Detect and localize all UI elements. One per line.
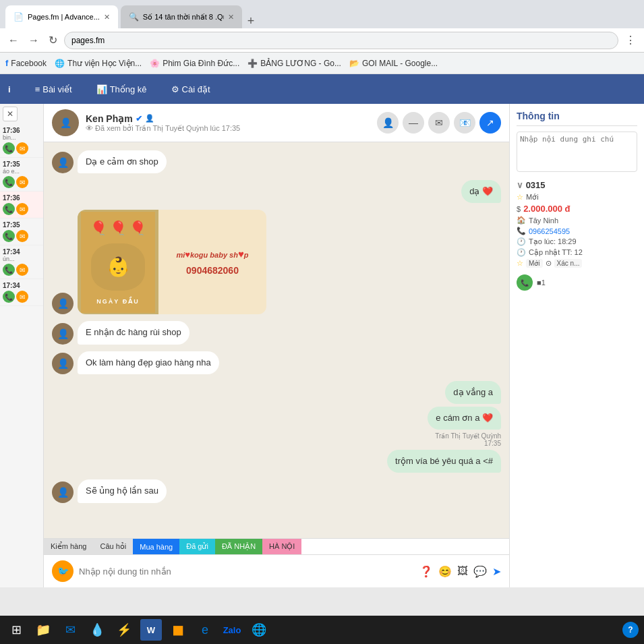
shop-text-area: mi♥kogu baby sh♥p 0904682060 bbox=[158, 210, 266, 314]
bookmark-facebook-label: Facebook bbox=[11, 59, 47, 68]
new-tab-button[interactable]: + bbox=[242, 14, 260, 28]
tag-da-nhan[interactable]: ĐÃ NHẬN bbox=[215, 539, 262, 554]
tab-bar: 📄 Pages.fm | Advance... ✕ 🔍 Số 14 tân th… bbox=[0, 0, 644, 28]
bookmark-library[interactable]: 🌐 Thư viện Học Viện... bbox=[55, 59, 142, 68]
tag-mua-hang[interactable]: Mua hàng bbox=[133, 539, 179, 554]
send-button[interactable]: ➤ bbox=[492, 565, 501, 578]
minus-button[interactable]: — bbox=[403, 112, 424, 134]
bookmark-salary[interactable]: ➕ BẢNG LƯƠNG - Go... bbox=[247, 59, 341, 68]
msg-text-7: e cám ơn a ❤️ bbox=[436, 413, 493, 423]
tab-close-icon[interactable]: ✕ bbox=[104, 13, 110, 22]
tags-row: Kiểm hàng Câu hỏi Mua hàng Đã gửi ĐÃ NHẬ… bbox=[44, 538, 509, 554]
phone-link[interactable]: 0966254595 bbox=[529, 227, 570, 235]
tag-ha-noi[interactable]: HÀ NỘI bbox=[262, 539, 301, 554]
mail-icon-2: ✉ bbox=[16, 176, 28, 188]
chat-button[interactable]: 💬 bbox=[473, 565, 487, 578]
lightning-icon[interactable]: ⚡ bbox=[113, 619, 135, 641]
nav-stats[interactable]: 📊 Thống kê bbox=[91, 80, 152, 98]
tag-kiem-hang[interactable]: Kiểm hàng bbox=[44, 539, 93, 554]
location-icon: 🏠 bbox=[517, 216, 526, 225]
share-button[interactable]: ↗ bbox=[479, 112, 501, 134]
bookmark-mail[interactable]: 📂 GOI MAIL - Google... bbox=[349, 59, 438, 68]
bookmark-library-label: Thư viện Học Viện... bbox=[67, 59, 142, 68]
chat-messages: 👤 Dạ e cảm ơn shop dạ ❤️ 👤 bbox=[44, 142, 509, 538]
admin-icon: 👤 bbox=[145, 114, 154, 123]
tab-favicon-2: 🔍 bbox=[129, 12, 139, 22]
mail-taskbar-icon[interactable]: ✉ bbox=[59, 619, 81, 641]
image-button[interactable]: 🖼 bbox=[457, 565, 468, 577]
user-avatar: 👤 bbox=[52, 109, 79, 136]
tab-close-icon-2[interactable]: ✕ bbox=[228, 13, 234, 22]
sidebar-entry-2[interactable]: 17:35 áo e... 📞 ✉ bbox=[0, 158, 43, 192]
nav-bar: ← → ↻ ⋮ bbox=[0, 28, 644, 53]
dropbox-icon[interactable]: 💧 bbox=[86, 619, 108, 641]
edge-icon[interactable]: e bbox=[194, 619, 216, 641]
time-label-4: 17:35 bbox=[3, 221, 40, 229]
phone-icon-1: 📞 bbox=[3, 142, 15, 154]
phone-icon-4: 📞 bbox=[3, 230, 15, 242]
tag-da-gui[interactable]: Đã gửi bbox=[179, 539, 215, 554]
new-badge: Mới bbox=[526, 259, 543, 268]
sender-avatar-5: 👤 bbox=[52, 353, 74, 374]
tab-active[interactable]: 📄 Pages.fm | Advance... ✕ bbox=[5, 5, 118, 28]
settings-icon: ⚙ bbox=[171, 84, 179, 94]
verify-icon: ⊙ bbox=[546, 259, 552, 268]
square-icon[interactable]: ◼ bbox=[167, 619, 189, 641]
sidebar-entry-4[interactable]: 17:35 📞 ✉ bbox=[0, 218, 43, 245]
zalo-icon[interactable]: Zalo bbox=[221, 619, 243, 641]
settings-button[interactable]: ⋮ bbox=[622, 32, 639, 48]
mail-icon: 📂 bbox=[349, 59, 359, 68]
forward-button[interactable]: → bbox=[26, 33, 42, 48]
order-number: ∨ 0315 bbox=[517, 180, 637, 190]
mail-icon-5: ✉ bbox=[16, 264, 28, 276]
time-label-6: 17:34 bbox=[3, 282, 40, 289]
fb-app: i ≡ Bài viết 📊 Thống kê ⚙ Cài đặt ✕ 17:3… bbox=[0, 74, 644, 587]
tab-inactive[interactable]: 🔍 Số 14 tân thời nhất 8 .Quận 12 -... ✕ bbox=[121, 5, 242, 28]
word-icon[interactable]: W bbox=[140, 619, 162, 641]
note-textarea[interactable] bbox=[517, 131, 637, 172]
salary-icon: ➕ bbox=[247, 59, 258, 68]
file-explorer-icon[interactable]: 📁 bbox=[32, 619, 54, 641]
back-button[interactable]: ← bbox=[5, 33, 22, 48]
chrome-icon[interactable]: 🌐 bbox=[248, 619, 270, 641]
phone-icon-3: 📞 bbox=[3, 203, 15, 215]
shop-promo-image: 🎈🎈🎈 👶 NGÀY ĐẦU mi♥kogu baby sh♥p bbox=[78, 210, 266, 314]
user-profile-button[interactable]: 👤 bbox=[377, 112, 399, 134]
tag-cau-hoi[interactable]: Câu hỏi bbox=[93, 539, 133, 554]
order-status-new: ☆ Mới bbox=[517, 193, 637, 202]
help-taskbar-icon[interactable]: ? bbox=[622, 622, 639, 638]
bubble-8: trộm vía bé yêu quá a <# bbox=[387, 450, 501, 473]
bubble-7: e cám ơn a ❤️ bbox=[428, 407, 501, 430]
bubble-1: Dạ e cảm ơn shop bbox=[78, 150, 167, 173]
order-location: 🏠 Tây Ninh bbox=[517, 216, 637, 225]
msg-text-9: Sẽ ủng hộ lần sau bbox=[86, 486, 158, 496]
nav-settings[interactable]: ⚙ Cài đặt bbox=[166, 80, 216, 98]
sidebar-entry-1[interactable]: 17:36 bin... 📞 ✉ bbox=[0, 124, 43, 158]
sidebar-entry-5[interactable]: 17:34 ún... 📞 ✉ bbox=[0, 245, 43, 279]
msg-row-3: 👤 🎈🎈🎈 👶 bbox=[52, 210, 501, 314]
update-icon: 🕐 bbox=[517, 248, 526, 257]
price-icon: $ bbox=[517, 205, 521, 213]
entry-desc-5: ún... bbox=[3, 256, 40, 262]
message-input[interactable] bbox=[79, 566, 414, 577]
mail-button[interactable]: 📧 bbox=[454, 112, 475, 134]
entry-desc-2: áo e... bbox=[3, 168, 40, 175]
bookmark-facebook[interactable]: f Facebook bbox=[5, 58, 47, 68]
email-button[interactable]: ✉ bbox=[428, 112, 450, 134]
start-button[interactable]: ⊞ bbox=[5, 619, 27, 641]
msg-row-2: dạ ❤️ bbox=[52, 180, 501, 203]
bookmark-film[interactable]: 🌸 Phim Gia Đình Đức... bbox=[150, 59, 239, 68]
reload-button[interactable]: ↻ bbox=[46, 32, 60, 48]
film-icon: 🌸 bbox=[150, 59, 160, 68]
sidebar-entry-3[interactable]: 17:36 📞 ✉ bbox=[0, 192, 43, 218]
address-bar[interactable] bbox=[64, 32, 618, 49]
conv-name: Ken Phạm ✔ 👤 bbox=[86, 113, 370, 124]
close-button[interactable]: ✕ bbox=[3, 107, 18, 121]
sidebar-entry-6[interactable]: 17:34 📞 ✉ bbox=[0, 279, 43, 306]
help-button[interactable]: ❓ bbox=[419, 565, 433, 578]
msg-meta-sender: Trần Thị Tuyết Quỳnh17:35 bbox=[435, 432, 501, 447]
conv-header: 👤 Ken Phạm ✔ 👤 👁 Đã xem bởi Trần Thị Tuy… bbox=[44, 104, 509, 142]
nav-posts[interactable]: ≡ Bài viết bbox=[30, 80, 78, 98]
right-panel-header: Thông tin bbox=[517, 111, 637, 126]
emoji-button[interactable]: 😊 bbox=[438, 565, 452, 578]
